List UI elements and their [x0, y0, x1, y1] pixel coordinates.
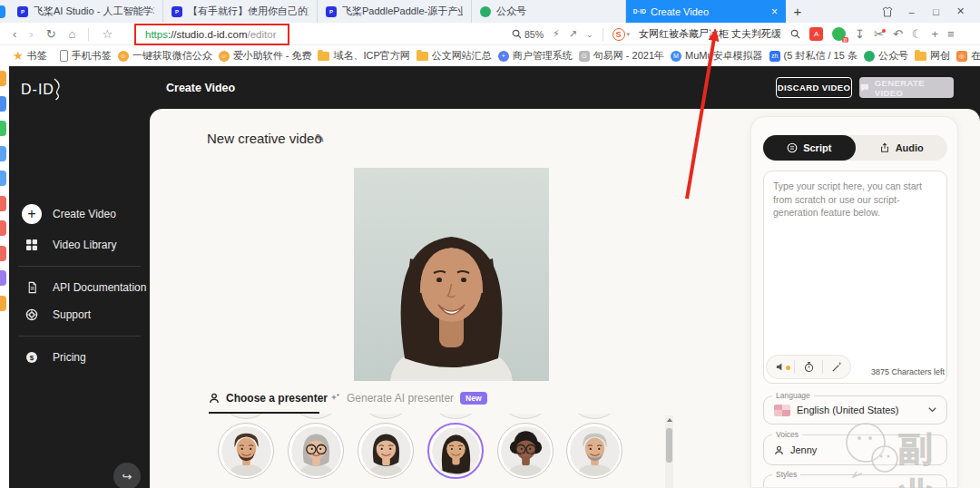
screenshot-scissors-icon[interactable]: ✂	[874, 27, 884, 41]
back-icon[interactable]: ‹	[13, 27, 16, 41]
bookmark-label: 网创	[930, 49, 950, 63]
browser-tab[interactable]: 公众号	[472, 0, 626, 23]
divider	[603, 28, 603, 41]
bookmark-item[interactable]: 手机书签	[60, 49, 112, 63]
paddle-favicon: P	[172, 6, 182, 17]
script-generation-button[interactable]	[823, 361, 850, 373]
bookmark-item[interactable]: ☺爱小助软件 - 免费	[219, 49, 312, 63]
bookmark-item[interactable]: ★书签	[13, 49, 47, 63]
script-textarea[interactable]	[763, 171, 947, 384]
characters-left: 3875 Characters left	[871, 367, 945, 376]
extension-icon[interactable]: 新	[832, 27, 846, 41]
sidebar-divider	[18, 266, 141, 267]
favorite-star-icon[interactable]: ☆	[102, 27, 113, 41]
search-box[interactable]: 女网红被杀藏尸冰柜 丈夫判死缓	[639, 27, 781, 41]
boost-icon[interactable]: ⚡	[553, 28, 560, 40]
edge-app-icon[interactable]	[0, 296, 6, 311]
home-icon[interactable]: ⌂	[69, 27, 76, 41]
bookmark-item[interactable]: 网创	[915, 49, 950, 63]
download-icon[interactable]: ↧	[855, 27, 865, 41]
voices-select[interactable]: Voices Jenny	[763, 434, 947, 465]
edge-app-icon[interactable]	[0, 96, 6, 112]
sidebar-divider	[18, 336, 141, 337]
edge-app-icon[interactable]	[0, 71, 6, 86]
presenter-avatar-partial	[497, 414, 554, 419]
bookmarks-bar: ★书签手机书签☺一键获取微信公众☺爱小助软件 - 免费域名、ICP官方网公文网站…	[0, 45, 980, 66]
presenter-5[interactable]	[497, 423, 554, 479]
scroll-thumb[interactable]	[666, 428, 672, 463]
forward-icon[interactable]: ›	[29, 27, 33, 41]
language-select[interactable]: Language English (United States)	[763, 395, 947, 425]
presenter-2[interactable]	[288, 423, 344, 479]
browser-edge-toggle[interactable]	[0, 5, 5, 18]
generate-video-button[interactable]: GENERATE VIDEO	[859, 77, 954, 98]
tab-choose-presenter[interactable]: Choose a presenter	[209, 392, 328, 405]
edge-app-icon[interactable]	[0, 270, 6, 286]
bookmark-item[interactable]: MMuMu安卓模拟器	[671, 49, 763, 63]
browser-tab[interactable]: P【有手就行】使用你自己的声音做语	[163, 0, 318, 23]
styles-select[interactable]: Styles	[763, 474, 947, 488]
maximize-button[interactable]: □	[924, 0, 948, 23]
edge-app-icon[interactable]	[0, 171, 6, 186]
close-button[interactable]: ✕	[948, 0, 973, 23]
night-mode-icon[interactable]: ☾	[912, 27, 923, 41]
edge-app-icon[interactable]	[0, 220, 6, 236]
phone-icon	[60, 50, 68, 62]
smiley-icon: ☺	[219, 51, 230, 62]
search-icon[interactable]	[790, 29, 800, 39]
reload-icon[interactable]: ↻	[46, 27, 56, 41]
bookmark-item[interactable]: 公文网站汇总	[416, 49, 492, 63]
presenter-scrollbar[interactable]	[665, 415, 673, 488]
tab-audio[interactable]: Audio	[856, 135, 948, 161]
minimize-button[interactable]: –	[899, 0, 924, 23]
bookmark-label: 句易网 - 2021年	[593, 49, 664, 63]
browser-tab[interactable]: P飞桨AI Studio - 人工智能学习与实训	[9, 0, 163, 23]
bookmark-item[interactable]: 公众号	[864, 49, 908, 63]
edge-app-icon[interactable]	[0, 121, 6, 136]
sidebar-item-api-documentation[interactable]: API Documentation	[9, 274, 150, 301]
chevron-down-icon[interactable]: ⌄	[586, 30, 593, 39]
undo-icon[interactable]: ↶	[893, 27, 903, 41]
new-tab-button[interactable]: +	[786, 0, 809, 23]
sidebar-item-pricing[interactable]: $Pricing	[9, 344, 150, 371]
presenter-3[interactable]	[358, 423, 414, 479]
add-icon[interactable]: +	[931, 27, 938, 41]
edge-app-icon[interactable]	[0, 196, 6, 211]
browser-tab[interactable]: D·IDCreate Video×	[626, 0, 786, 23]
language-value: English (United States)	[797, 405, 899, 415]
bookmark-item[interactable]: zh(5 封私信 / 15 条	[769, 49, 858, 63]
mumu-icon: M	[671, 51, 681, 62]
tab-script[interactable]: Script	[763, 135, 856, 161]
presenter-1[interactable]	[218, 423, 274, 479]
edit-title-pencil-icon[interactable]: ✎	[315, 132, 325, 145]
listen-button[interactable]	[767, 361, 794, 373]
duration-button[interactable]	[795, 361, 822, 373]
smiley-icon: ☺	[118, 51, 129, 62]
search-engine-selector[interactable]: S▾	[612, 28, 631, 41]
sidebar-item-create-video[interactable]: +Create Video	[9, 197, 150, 231]
menu-icon[interactable]: ≡	[947, 27, 955, 41]
scroll-up-arrow[interactable]	[667, 418, 672, 422]
share-icon[interactable]: ↗	[569, 28, 577, 40]
edge-app-icon[interactable]	[0, 146, 6, 161]
presenter-carousel	[204, 414, 676, 488]
tab-generate-ai-presenter[interactable]: Generate AI presenter New	[329, 392, 487, 405]
translate-icon[interactable]: A	[809, 27, 823, 41]
bookmark-item[interactable]: ☺一键获取微信公众	[118, 49, 212, 63]
bookmark-item[interactable]: ◎在线文件MD5码	[956, 49, 980, 63]
sidebar-item-video-library[interactable]: Video Library	[9, 231, 150, 259]
collapse-sidebar-button[interactable]: ↪	[113, 463, 141, 488]
presenter-6[interactable]	[566, 423, 622, 479]
browser-tab[interactable]: P飞桨PaddlePaddle-源于产业实践的	[318, 0, 472, 23]
bookmark-item[interactable]: G句易网 - 2021年	[579, 49, 664, 63]
zoom-control[interactable]: 85%	[512, 29, 544, 40]
bookmark-item[interactable]: +商户管理系统	[498, 49, 573, 63]
tab-close-icon[interactable]: ×	[768, 5, 778, 18]
profile-button[interactable]	[875, 0, 899, 23]
discard-video-button[interactable]: DISCARD VIDEO	[776, 77, 852, 98]
edge-app-icon[interactable]	[0, 246, 6, 261]
bookmark-item[interactable]: 域名、ICP官方网	[318, 49, 409, 63]
sidebar-item-support[interactable]: Support	[9, 301, 150, 328]
zoom-level: 85%	[524, 29, 544, 40]
presenter-4-selected[interactable]	[427, 423, 484, 479]
